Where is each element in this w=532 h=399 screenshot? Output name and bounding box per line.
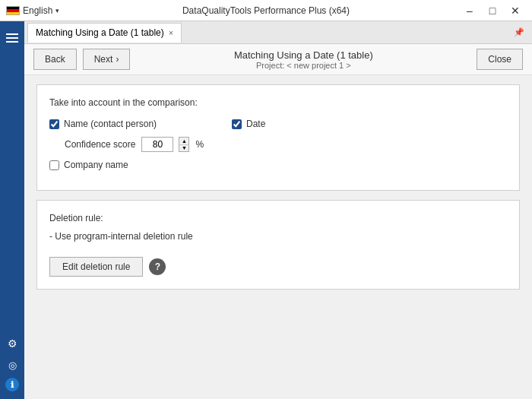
- checkbox-col-left: Name (contact person) Confidence score ▲…: [49, 119, 232, 178]
- window-controls: – □ ✕: [459, 2, 526, 19]
- language-selector[interactable]: English: [23, 5, 52, 16]
- maximize-button[interactable]: □: [482, 2, 503, 19]
- toolbar-title-main: Matching Using a Date (1 table): [136, 49, 470, 61]
- menu-line-3: [6, 41, 18, 43]
- next-arrow-icon: ›: [116, 54, 119, 65]
- window-close-button[interactable]: ✕: [505, 2, 526, 19]
- checkbox-columns: Name (contact person) Confidence score ▲…: [49, 119, 507, 178]
- deletion-actions: Edit deletion rule ?: [49, 257, 507, 277]
- name-checkbox[interactable]: [49, 119, 59, 129]
- next-button[interactable]: Next ›: [83, 49, 131, 70]
- company-label: Company name: [64, 160, 128, 170]
- content-area: Take into account in the comparison: Nam…: [24, 75, 532, 399]
- deletion-header: Deletion rule:: [49, 213, 507, 223]
- gear-icon[interactable]: ⚙: [4, 335, 21, 352]
- target-icon[interactable]: ◎: [4, 356, 21, 373]
- app-layout: ⚙ ◎ ℹ Matching Using a Date (1 table) × …: [0, 21, 532, 399]
- confidence-input[interactable]: [141, 137, 173, 152]
- deletion-panel: Deletion rule: - Use program-internal de…: [36, 200, 520, 290]
- date-label: Date: [246, 119, 265, 129]
- name-checkbox-row: Name (contact person): [49, 119, 232, 129]
- main-tab[interactable]: Matching Using a Date (1 table) ×: [27, 23, 182, 43]
- tab-bar: Matching Using a Date (1 table) × 📌: [24, 21, 532, 44]
- sidebar-bottom: ⚙ ◎ ℹ: [4, 335, 21, 399]
- percent-label: %: [195, 139, 204, 150]
- comparison-header: Take into account in the comparison:: [49, 97, 507, 108]
- language-flag: [6, 6, 20, 15]
- date-checkbox[interactable]: [232, 119, 242, 129]
- sidebar-menu-button[interactable]: [2, 27, 23, 49]
- comparison-panel: Take into account in the comparison: Nam…: [36, 84, 520, 191]
- language-dropdown-arrow[interactable]: ▾: [55, 7, 59, 14]
- confidence-row: Confidence score ▲ ▼ %: [65, 137, 232, 152]
- edit-deletion-rule-button[interactable]: Edit deletion rule: [49, 257, 143, 277]
- info-icon[interactable]: ℹ: [5, 378, 19, 391]
- tab-label: Matching Using a Date (1 table): [36, 27, 164, 38]
- close-button[interactable]: Close: [477, 49, 523, 70]
- title-bar: English ▾ DataQualityTools Performance P…: [0, 0, 532, 21]
- confidence-label: Confidence score: [65, 139, 135, 150]
- sidebar: ⚙ ◎ ℹ: [0, 21, 24, 399]
- title-bar-left: English ▾: [6, 5, 59, 16]
- company-checkbox[interactable]: [49, 160, 59, 170]
- date-checkbox-row: Date: [232, 119, 507, 129]
- name-label: Name (contact person): [64, 119, 157, 129]
- deletion-rule-text: - Use program-internal deletion rule: [49, 231, 507, 242]
- back-label: Back: [45, 54, 65, 65]
- toolbar: Back Next › Matching Using a Date (1 tab…: [24, 44, 532, 75]
- pin-icon[interactable]: 📌: [514, 27, 529, 37]
- back-button[interactable]: Back: [33, 49, 77, 70]
- confidence-up-button[interactable]: ▲: [179, 138, 188, 145]
- toolbar-title-sub: Project: < new project 1 >: [136, 61, 470, 70]
- help-icon[interactable]: ?: [149, 258, 166, 275]
- main-content: Matching Using a Date (1 table) × 📌 Back…: [24, 21, 532, 399]
- checkbox-col-right: Date: [232, 119, 507, 178]
- next-label: Next: [94, 54, 113, 65]
- menu-line-2: [6, 37, 18, 39]
- company-checkbox-row: Company name: [49, 160, 232, 170]
- confidence-down-button[interactable]: ▼: [179, 145, 188, 152]
- minimize-button[interactable]: –: [459, 2, 480, 19]
- toolbar-title: Matching Using a Date (1 table) Project:…: [136, 49, 470, 70]
- menu-line-1: [6, 33, 18, 35]
- tab-close-button[interactable]: ×: [169, 29, 173, 37]
- app-title: DataQualityTools Performance Plus (x64): [182, 5, 350, 16]
